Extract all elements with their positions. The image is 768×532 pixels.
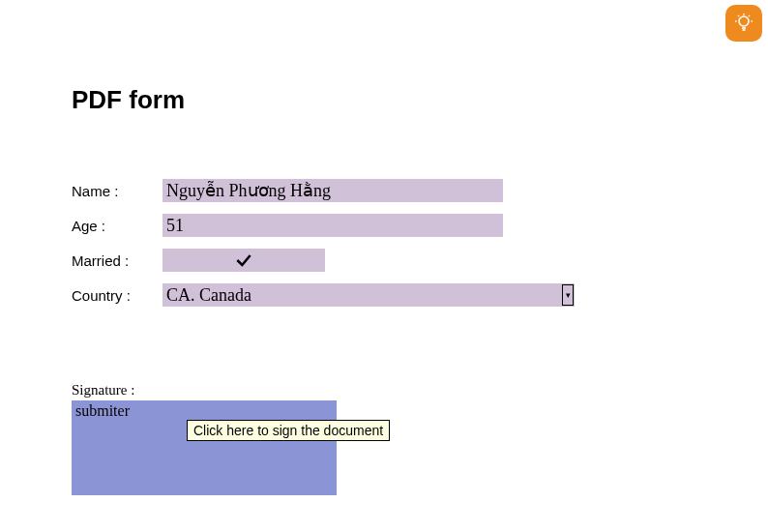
page-title: PDF form bbox=[72, 85, 696, 115]
married-checkbox[interactable] bbox=[162, 249, 325, 272]
signature-box[interactable]: submiter bbox=[72, 400, 337, 495]
svg-line-7 bbox=[749, 15, 750, 16]
country-select[interactable]: CA. Canada ▾ bbox=[162, 283, 575, 307]
age-label: Age : bbox=[72, 218, 162, 234]
age-field[interactable] bbox=[162, 214, 503, 237]
name-label: Name : bbox=[72, 183, 162, 199]
svg-point-0 bbox=[739, 16, 749, 26]
svg-line-6 bbox=[738, 15, 739, 16]
married-label: Married : bbox=[72, 252, 162, 269]
name-field[interactable] bbox=[162, 179, 503, 202]
country-label: Country : bbox=[72, 287, 162, 304]
chevron-down-icon: ▾ bbox=[562, 284, 574, 306]
signature-label: Signature : bbox=[72, 382, 696, 399]
signature-placeholder: submiter bbox=[75, 402, 130, 419]
signature-tooltip: Click here to sign the document bbox=[187, 420, 390, 441]
lightbulb-icon bbox=[732, 12, 755, 35]
check-icon bbox=[234, 251, 253, 270]
hint-button[interactable] bbox=[725, 5, 762, 42]
country-value: CA. Canada bbox=[166, 285, 251, 306]
